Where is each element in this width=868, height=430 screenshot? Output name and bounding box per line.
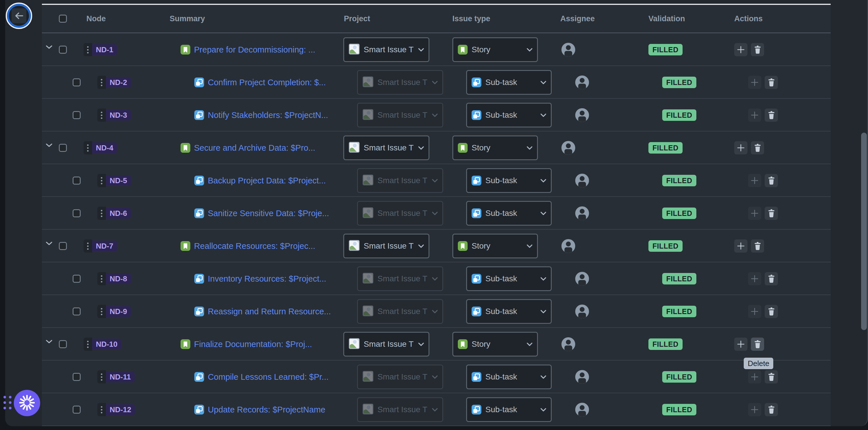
drag-handle-icon[interactable] (84, 43, 92, 56)
drag-handle-icon[interactable] (84, 338, 92, 351)
assignee-avatar[interactable] (575, 370, 589, 384)
add-child-button[interactable] (748, 403, 761, 416)
drag-handle-icon[interactable] (97, 403, 106, 416)
assignee-avatar[interactable] (575, 174, 589, 187)
add-child-button[interactable] (734, 239, 747, 253)
issue-type-select[interactable]: Sub-task (466, 397, 552, 422)
chevron-down-icon[interactable] (46, 340, 52, 345)
row-checkbox[interactable] (73, 111, 81, 119)
drag-handle-icon[interactable] (97, 76, 106, 89)
issue-type-select[interactable]: Sub-task (466, 201, 552, 226)
delete-button[interactable] (765, 174, 778, 187)
issue-type-select[interactable]: Sub-task (466, 266, 552, 291)
issue-type-select[interactable]: Story (453, 332, 538, 357)
assignee-avatar[interactable] (575, 75, 589, 89)
issue-summary-link[interactable]: Update Records: $ProjectName (208, 405, 325, 414)
assignee-avatar[interactable] (575, 206, 589, 220)
drag-handle-icon[interactable] (97, 370, 106, 383)
assignee-avatar[interactable] (561, 141, 575, 155)
delete-button[interactable] (765, 403, 778, 416)
row-actions (748, 76, 778, 89)
delete-button[interactable] (765, 76, 778, 89)
project-select-value: Smart Issue T (364, 340, 414, 349)
assignee-avatar[interactable] (561, 239, 575, 253)
issue-type-select[interactable]: Sub-task (466, 103, 552, 127)
row-checkbox[interactable] (73, 209, 81, 217)
drag-handle-icon[interactable] (97, 272, 106, 285)
widget-drag-handle-icon[interactable] (3, 396, 11, 409)
issue-summary-link[interactable]: Prepare for Decommissioning: ... (194, 45, 315, 55)
issue-type-select[interactable]: Story (453, 234, 538, 258)
row-checkbox[interactable] (59, 340, 67, 348)
row-checkbox[interactable] (73, 373, 81, 381)
row-checkbox[interactable] (73, 177, 81, 185)
delete-button[interactable] (751, 43, 764, 56)
issue-summary-link[interactable]: Inventory Resources: $Project... (208, 274, 327, 284)
delete-button[interactable] (751, 338, 764, 351)
node-cell: ND-7 (84, 239, 117, 253)
issue-type-select[interactable]: Sub-task (466, 168, 552, 193)
back-button[interactable] (7, 4, 31, 28)
delete-button[interactable] (765, 370, 778, 383)
issue-type-select[interactable]: Sub-task (466, 365, 552, 389)
issue-type-select[interactable]: Sub-task (466, 299, 552, 324)
issue-type-select[interactable]: Sub-task (466, 70, 552, 95)
row-checkbox[interactable] (59, 144, 67, 152)
assignee-avatar[interactable] (575, 305, 589, 318)
issue-summary-link[interactable]: Finalize Documentation: $Proj... (194, 340, 312, 349)
issue-type-select[interactable]: Story (453, 37, 538, 62)
row-checkbox[interactable] (73, 275, 81, 283)
drag-handle-icon[interactable] (97, 207, 106, 220)
row-checkbox[interactable] (59, 45, 67, 54)
chevron-down-icon[interactable] (46, 45, 52, 50)
add-child-button[interactable] (748, 174, 761, 187)
delete-button[interactable] (765, 272, 778, 285)
delete-button[interactable] (751, 141, 764, 154)
add-child-button[interactable] (748, 272, 761, 285)
project-select[interactable]: Smart Issue T (343, 37, 429, 62)
add-child-button[interactable] (748, 305, 761, 318)
add-child-button[interactable] (734, 43, 747, 56)
vertical-scrollbar-thumb[interactable] (861, 133, 867, 330)
project-select[interactable]: Smart Issue T (343, 234, 429, 258)
drag-handle-icon[interactable] (97, 109, 106, 122)
delete-button[interactable] (765, 207, 778, 220)
row-checkbox[interactable] (73, 406, 81, 413)
delete-button[interactable] (765, 109, 778, 122)
delete-button[interactable] (765, 305, 778, 318)
issue-summary-link[interactable]: Reallocate Resources: $Projec... (194, 241, 315, 251)
chevron-down-icon[interactable] (46, 241, 52, 247)
row-checkbox[interactable] (73, 307, 81, 315)
project-select[interactable]: Smart Issue T (343, 332, 429, 357)
issue-summary-link[interactable]: Notify Stakeholders: $ProjectN... (208, 111, 328, 120)
assistant-fab-button[interactable] (14, 390, 40, 416)
assignee-avatar[interactable] (575, 403, 589, 417)
issue-summary-link[interactable]: Confirm Project Completion: $... (208, 78, 326, 87)
drag-handle-icon[interactable] (84, 141, 92, 154)
row-checkbox[interactable] (73, 79, 81, 86)
add-child-button[interactable] (748, 370, 761, 383)
add-child-button[interactable] (734, 141, 747, 154)
issue-summary-link[interactable]: Sanitize Sensitive Data: $Proje... (208, 209, 329, 218)
project-select[interactable]: Smart Issue T (343, 135, 429, 160)
issue-type-select[interactable]: Story (453, 135, 538, 160)
add-child-button[interactable] (734, 338, 747, 351)
add-child-button[interactable] (748, 76, 761, 89)
chevron-down-icon[interactable] (46, 143, 52, 148)
select-all-checkbox[interactable] (59, 14, 67, 23)
issue-summary-link[interactable]: Reassign and Return Resource... (208, 307, 331, 316)
issue-summary-link[interactable]: Secure and Archive Data: $Pro... (194, 143, 315, 153)
issue-summary-link[interactable]: Compile Lessons Learned: $Pr... (208, 372, 329, 382)
delete-button[interactable] (751, 239, 764, 253)
drag-handle-icon[interactable] (84, 239, 92, 253)
drag-handle-icon[interactable] (97, 305, 106, 318)
issue-summary-link[interactable]: Backup Project Data: $Project... (208, 176, 326, 185)
row-checkbox[interactable] (59, 242, 67, 250)
assignee-avatar[interactable] (561, 43, 575, 57)
assignee-avatar[interactable] (575, 272, 589, 286)
drag-handle-icon[interactable] (97, 174, 106, 187)
assignee-avatar[interactable] (575, 108, 589, 122)
add-child-button[interactable] (748, 109, 761, 122)
assignee-avatar[interactable] (561, 337, 575, 351)
add-child-button[interactable] (748, 207, 761, 220)
